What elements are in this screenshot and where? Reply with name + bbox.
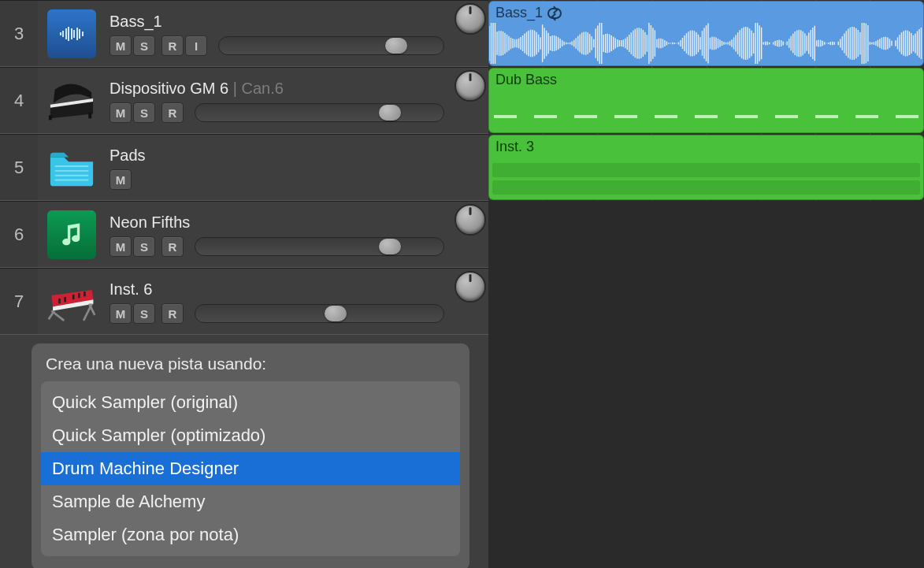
track-name[interactable]: Pads [109,147,481,165]
svg-rect-14 [83,291,86,296]
track-number: 5 [0,135,38,200]
track-name[interactable]: Neon Fifths [109,213,444,232]
volume-slider[interactable] [195,103,444,122]
track-row[interactable]: 5 Pads M [0,134,488,201]
volume-slider[interactable] [195,237,444,256]
record-enable-button[interactable]: R [161,35,184,56]
track-number: 7 [0,269,38,334]
volume-slider[interactable] [195,304,444,323]
volume-thumb[interactable] [385,38,407,54]
popup-option-list: Quick Sampler (original)Quick Sampler (o… [41,381,460,556]
track-row[interactable]: 4 Dispositivo GM 6 | Can.6 M S R [0,67,488,134]
midi-content [492,163,920,177]
track-icon[interactable] [38,1,105,66]
solo-button[interactable]: S [133,35,155,56]
record-enable-button[interactable]: R [161,303,184,324]
pan-knob[interactable] [455,204,486,236]
track-row[interactable]: 6 Neon Fifths M S R [0,201,488,268]
region[interactable]: Inst. 3 [488,135,924,200]
record-enable-button[interactable]: R [161,236,184,257]
mute-button[interactable]: M [109,236,132,257]
region[interactable]: Bass_1 [488,1,924,66]
create-track-popup: Crea una nueva pista usando: Quick Sampl… [32,343,469,568]
audio-waveform [489,23,923,64]
solo-button[interactable]: S [133,236,155,257]
mute-button[interactable]: M [109,169,132,190]
track-icon[interactable] [38,135,105,200]
volume-thumb[interactable] [379,239,401,254]
svg-rect-2 [48,115,51,120]
region[interactable]: Dub Bass [488,68,924,133]
region-label: Inst. 3 [495,139,917,155]
midi-content [492,180,920,195]
popup-option[interactable]: Quick Sampler (optimizado) [41,419,460,452]
track-icon[interactable] [38,68,105,133]
midi-notes [494,115,918,118]
svg-rect-11 [64,296,66,302]
solo-button[interactable]: S [133,303,155,324]
volume-slider[interactable] [218,36,444,55]
popup-option[interactable]: Drum Machine Designer [41,452,460,485]
popup-option[interactable]: Sampler (zona por nota) [41,518,460,551]
track-row[interactable]: 3 Bass_1 M S R I [0,0,488,67]
track-number: 6 [0,202,38,267]
loop-icon [547,8,562,19]
volume-thumb[interactable] [379,105,401,121]
track-number: 4 [0,68,38,133]
track-name[interactable]: Inst. 6 [109,280,444,299]
track-name[interactable]: Bass_1 [109,13,444,31]
record-enable-button[interactable]: R [161,102,184,123]
arrange-area[interactable]: Bass_1Dub BassInst. 3 [488,0,924,568]
track-number: 3 [0,1,38,66]
solo-button[interactable]: S [133,102,155,123]
svg-rect-13 [77,292,80,298]
popup-option[interactable]: Sample de Alchemy [41,485,460,518]
svg-rect-12 [72,294,74,299]
waveform-icon [60,27,83,41]
region-label: Dub Bass [495,72,917,88]
pan-knob[interactable] [455,3,486,35]
popup-title: Crea una nueva pista usando: [46,355,460,373]
pan-knob[interactable] [455,70,486,102]
volume-thumb[interactable] [325,306,347,321]
mute-button[interactable]: M [109,35,132,56]
popup-option[interactable]: Quick Sampler (original) [41,386,460,419]
input-monitor-button[interactable]: I [185,35,207,56]
track-icon[interactable] [38,202,105,267]
mute-button[interactable]: M [109,102,132,123]
track-icon[interactable] [38,269,105,334]
svg-rect-3 [88,112,91,118]
pan-knob[interactable] [455,271,486,303]
track-name[interactable]: Dispositivo GM 6 | Can.6 [109,80,444,98]
track-row[interactable]: 7 Inst. 6 M S R [0,268,488,335]
empty-arrange-space[interactable] [488,201,924,568]
region-label: Bass_1 [495,5,543,21]
svg-rect-10 [58,298,61,303]
mute-button[interactable]: M [109,303,132,324]
